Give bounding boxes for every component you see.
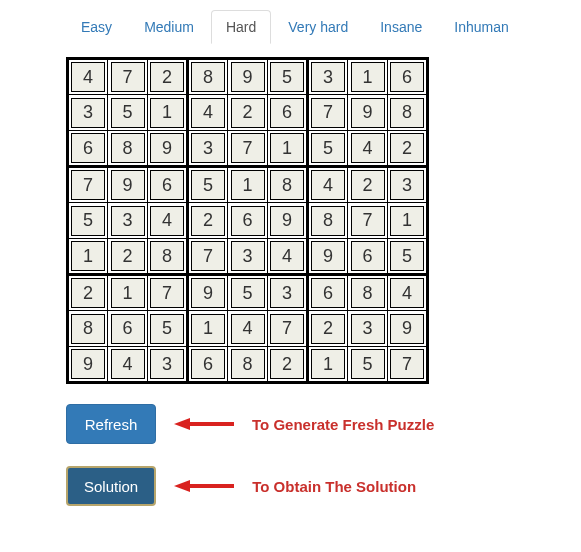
cell-value: 1: [111, 278, 145, 308]
cell-value: 4: [270, 241, 304, 271]
solution-caption: To Obtain The Solution: [252, 478, 416, 495]
cell-value: 1: [351, 62, 385, 92]
grid-cell: 6: [188, 347, 228, 383]
cell-value: 5: [390, 241, 424, 271]
cell-value: 7: [231, 133, 265, 163]
cell-value: 6: [351, 241, 385, 271]
cell-value: 2: [270, 349, 304, 379]
cell-value: 7: [351, 206, 385, 236]
cell-value: 9: [231, 62, 265, 92]
cell-value: 2: [311, 314, 345, 344]
grid-cell: 9: [308, 239, 348, 275]
grid-cell: 1: [228, 167, 268, 203]
grid-cell: 1: [348, 59, 388, 95]
tab-insane[interactable]: Insane: [365, 10, 437, 44]
grid-cell: 3: [388, 167, 428, 203]
grid-cell: 4: [108, 347, 148, 383]
cell-value: 3: [270, 278, 304, 308]
cell-value: 7: [311, 98, 345, 128]
grid-cell: 2: [108, 239, 148, 275]
grid-cell: 3: [148, 347, 188, 383]
grid-cell: 2: [68, 275, 108, 311]
tab-very-hard[interactable]: Very hard: [273, 10, 363, 44]
grid-cell: 5: [68, 203, 108, 239]
cell-value: 9: [111, 170, 145, 200]
tab-easy[interactable]: Easy: [66, 10, 127, 44]
grid-row: 5 3 4 2 6 9 8 7 1: [68, 203, 428, 239]
grid-cell: 7: [188, 239, 228, 275]
cell-value: 7: [150, 278, 184, 308]
grid-cell: 5: [188, 167, 228, 203]
grid-cell: 6: [268, 95, 308, 131]
cell-value: 4: [150, 206, 184, 236]
cell-value: 2: [71, 278, 105, 308]
cell-value: 4: [231, 314, 265, 344]
grid-row: 2 1 7 9 5 3 6 8 4: [68, 275, 428, 311]
grid-cell: 4: [228, 311, 268, 347]
cell-value: 3: [150, 349, 184, 379]
cell-value: 7: [270, 314, 304, 344]
grid-cell: 7: [148, 275, 188, 311]
grid-cell: 7: [108, 59, 148, 95]
grid-cell: 1: [148, 95, 188, 131]
grid-cell: 7: [68, 167, 108, 203]
cell-value: 9: [150, 133, 184, 163]
cell-value: 3: [351, 314, 385, 344]
grid-cell: 6: [308, 275, 348, 311]
tab-medium[interactable]: Medium: [129, 10, 209, 44]
tab-hard[interactable]: Hard: [211, 10, 271, 44]
grid-row: 4 7 2 8 9 5 3 1 6: [68, 59, 428, 95]
grid-cell: 8: [68, 311, 108, 347]
grid-cell: 9: [348, 95, 388, 131]
grid-cell: 3: [308, 59, 348, 95]
grid-cell: 9: [148, 131, 188, 167]
arrow-left-icon: [174, 478, 234, 494]
cell-value: 6: [390, 62, 424, 92]
cell-value: 5: [111, 98, 145, 128]
grid-cell: 8: [308, 203, 348, 239]
tab-inhuman[interactable]: Inhuman: [439, 10, 523, 44]
cell-value: 5: [311, 133, 345, 163]
grid-cell: 2: [268, 347, 308, 383]
grid-cell: 1: [188, 311, 228, 347]
grid-cell: 7: [268, 311, 308, 347]
cell-value: 6: [270, 98, 304, 128]
grid-row: 9 4 3 6 8 2 1 5 7: [68, 347, 428, 383]
grid-cell: 4: [308, 167, 348, 203]
grid-cell: 7: [348, 203, 388, 239]
grid-cell: 3: [268, 275, 308, 311]
grid-cell: 3: [188, 131, 228, 167]
cell-value: 3: [191, 133, 225, 163]
cell-value: 1: [390, 206, 424, 236]
cell-value: 6: [111, 314, 145, 344]
cell-value: 1: [150, 98, 184, 128]
cell-value: 4: [111, 349, 145, 379]
solution-button[interactable]: Solution: [66, 466, 156, 506]
cell-value: 5: [150, 314, 184, 344]
grid-cell: 5: [308, 131, 348, 167]
grid-cell: 8: [228, 347, 268, 383]
cell-value: 9: [71, 349, 105, 379]
cell-value: 6: [71, 133, 105, 163]
cell-value: 4: [191, 98, 225, 128]
grid-cell: 4: [148, 203, 188, 239]
grid-cell: 8: [188, 59, 228, 95]
cell-value: 1: [231, 170, 265, 200]
grid-cell: 1: [68, 239, 108, 275]
grid-cell: 2: [348, 167, 388, 203]
cell-value: 4: [390, 278, 424, 308]
cell-value: 3: [111, 206, 145, 236]
cell-value: 5: [231, 278, 265, 308]
cell-value: 2: [191, 206, 225, 236]
grid-row: 7 9 6 5 1 8 4 2 3: [68, 167, 428, 203]
refresh-button[interactable]: Refresh: [66, 404, 156, 444]
cell-value: 5: [270, 62, 304, 92]
cell-value: 4: [311, 170, 345, 200]
grid-cell: 5: [388, 239, 428, 275]
cell-value: 3: [71, 98, 105, 128]
svg-marker-1: [174, 418, 190, 430]
grid-cell: 4: [348, 131, 388, 167]
grid-cell: 2: [388, 131, 428, 167]
grid-cell: 7: [388, 347, 428, 383]
grid-row: 3 5 1 4 2 6 7 9 8: [68, 95, 428, 131]
